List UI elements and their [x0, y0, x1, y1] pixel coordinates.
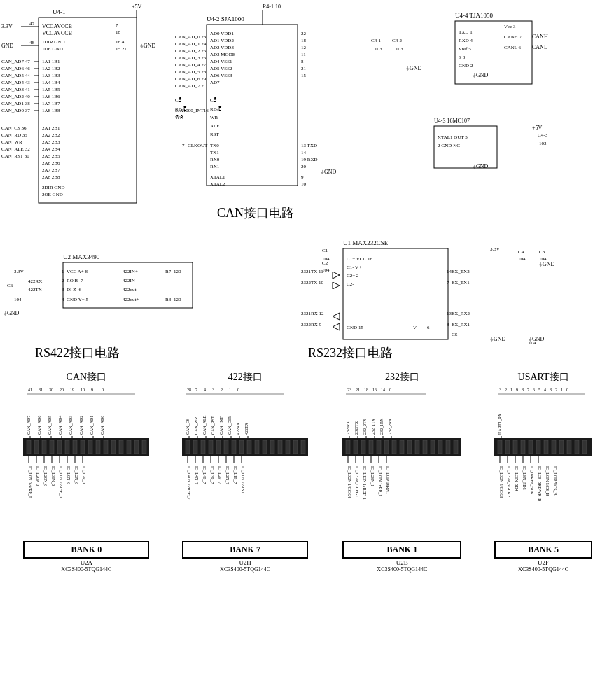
svg-text:AD0 VDD1: AD0 VDD1 [210, 31, 234, 36]
svg-text:9: 9 [516, 388, 518, 392]
svg-rect-235 [88, 440, 92, 454]
svg-text:RX1: RX1 [210, 164, 220, 169]
svg-text:C2+ 2: C2+ 2 [347, 273, 359, 279]
svg-text:104: 104 [14, 297, 22, 302]
rs232-connector: 232接口 232IRX 232ITX 232_2TX 232_1TX 232_… [334, 371, 470, 573]
svg-rect-237 [104, 440, 108, 454]
svg-text:XTAL1: XTAL1 [210, 174, 225, 180]
svg-text:2: 2 [62, 278, 64, 284]
svg-text:CS: CS [452, 332, 458, 337]
svg-rect-379 [513, 440, 517, 454]
svg-text:IO_L0IP 1vRN1: IO_L0IP 1vRN1 [386, 466, 390, 494]
svg-text:IO_0vREF_5D6: IO_0vREF_5D6 [530, 466, 534, 494]
svg-text:Vcc 3: Vcc 3 [504, 24, 516, 29]
svg-text:8: 8 [447, 322, 449, 328]
svg-text:422out-: 422out- [123, 287, 138, 293]
svg-text:CAN_AD3 41: CAN_AD3 41 [1, 87, 30, 92]
bank7-chip: U2H [239, 559, 251, 566]
svg-text:103: 103 [396, 46, 403, 52]
svg-text:⏚GND: ⏚GND [473, 72, 489, 78]
svg-rect-298 [301, 440, 305, 454]
svg-text:VCC A+ 8: VCC A+ 8 [67, 269, 88, 274]
svg-text:0: 0 [237, 388, 239, 392]
svg-text:CAN_ALE 32: CAN_ALE 32 [1, 146, 30, 152]
svg-text:EX_TX2: EX_TX2 [452, 269, 470, 274]
svg-text:CANH: CANH [532, 34, 548, 40]
svg-text:IO_L20N_0: IO_L20N_0 [43, 466, 48, 486]
svg-text:C4: C4 [518, 249, 524, 255]
svg-text:CAN_AD4: CAN_AD4 [58, 416, 62, 435]
svg-text:CAN_INT: CAN_INT [219, 416, 223, 435]
svg-text:WR: WR [210, 115, 218, 120]
svg-text:1OE GND: 1OE GND [42, 46, 63, 52]
bank1-chip: U2B [396, 559, 408, 566]
svg-text:0: 0 [566, 388, 568, 392]
svg-text:3: 3 [62, 287, 64, 293]
svg-text:1A7 1B7: 1A7 1B7 [42, 101, 60, 106]
svg-text:CAN_AD_1 24: CAN_AD_1 24 [175, 41, 207, 47]
svg-text:120: 120 [174, 297, 181, 302]
svg-rect-292 [255, 440, 259, 454]
svg-text:6: 6 [427, 325, 430, 330]
svg-rect-387 [575, 440, 579, 454]
svg-text:AD7: AD7 [210, 80, 220, 85]
svg-rect-339 [384, 440, 389, 454]
svg-text:21: 21 [301, 66, 307, 71]
svg-text:R4-1 10: R4-1 10 [263, 4, 281, 10]
svg-text:W̄R̄: W̄R̄ [175, 115, 183, 120]
svg-text:RS422接口电路: RS422接口电路 [35, 346, 120, 360]
svg-text:IO_L0IN 1vRP_1: IO_L0IN 1vRP_1 [378, 466, 382, 496]
svg-rect-285 [201, 440, 205, 454]
svg-text:CAN_AD_2 25: CAN_AD_2 25 [175, 48, 207, 54]
svg-text:C2-: C2- [347, 281, 354, 287]
svg-text:CAN_WR: CAN_WR [1, 139, 22, 145]
svg-text:6: 6 [533, 388, 535, 392]
svg-text:4: 4 [62, 297, 64, 302]
svg-text:EX_RX1: EX_RX1 [452, 322, 470, 328]
svg-text:CAN接口电路: CAN接口电路 [217, 206, 294, 220]
svg-rect-386 [567, 440, 571, 454]
svg-text:22: 22 [301, 31, 307, 36]
svg-text:15: 15 [301, 73, 307, 78]
svg-text:⏚GND: ⏚GND [140, 43, 156, 49]
svg-text:1: 1 [62, 269, 64, 274]
svg-text:C6: C6 [7, 283, 13, 288]
svg-text:CAN_AD6: CAN_AD6 [37, 416, 41, 435]
bank5-part: XC3S400-5TQG144C [518, 566, 568, 573]
svg-text:19: 19 [70, 388, 74, 392]
svg-text:20: 20 [60, 388, 64, 392]
svg-text:U4-4 TJA1050: U4-4 TJA1050 [455, 12, 494, 19]
svg-text:SJA1000_INT16: SJA1000_INT16 [175, 108, 209, 113]
svg-text:R8: R8 [165, 297, 172, 302]
svg-rect-296 [286, 440, 290, 454]
svg-text:XTAL1 OUT 5: XTAL1 OUT 5 [438, 134, 468, 140]
svg-text:IO_L2P_0: IO_L2P_0 [82, 466, 86, 484]
usart-connector-label: USART接口 [518, 371, 569, 384]
svg-text:⏚GND: ⏚GND [321, 169, 337, 175]
svg-text:IO_L4P_7: IO_L4P_7 [202, 466, 207, 484]
svg-rect-378 [505, 440, 510, 454]
svg-rect-241 [134, 440, 139, 454]
svg-text:RO B- 7: RO B- 7 [67, 278, 83, 284]
svg-rect-293 [263, 440, 267, 454]
svg-text:3: 3 [212, 388, 214, 392]
svg-text:10: 10 [301, 181, 307, 187]
svg-text:RS232接口电路: RS232接口电路 [308, 346, 393, 360]
svg-text:IO_L28N_1: IO_L28N_1 [370, 466, 375, 486]
rs422-connector-label: 422接口 [228, 371, 263, 384]
svg-text:GND 15: GND 15 [347, 325, 363, 330]
svg-text:232_1RX: 232_1RX [379, 418, 384, 435]
svg-text:2OE GND: 2OE GND [42, 192, 63, 197]
svg-rect-284 [193, 440, 197, 454]
svg-rect-343 [415, 440, 419, 454]
svg-text:VCCAVCCB: VCCAVCCB [42, 23, 72, 29]
svg-text:2DIR GND: 2DIR GND [42, 185, 64, 190]
svg-text:12: 12 [301, 45, 307, 50]
svg-text:EX_RX2: EX_RX2 [452, 311, 470, 316]
svg-rect-286 [209, 440, 213, 454]
circuit-diagram: U4-1 3.3V 42 GND 48 CAN_AD7 47 CAN_AD6 4… [0, 0, 614, 413]
svg-text:CAN_AD_6 29: CAN_AD_6 29 [175, 76, 207, 82]
svg-text:CAN_AD_4 27: CAN_AD_4 27 [175, 62, 207, 68]
svg-text:232_1TX: 232_1TX [371, 418, 375, 435]
svg-rect-234 [81, 440, 85, 454]
